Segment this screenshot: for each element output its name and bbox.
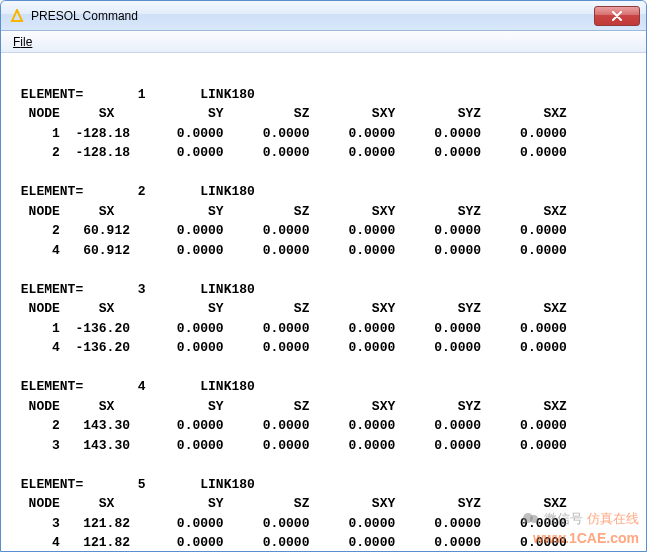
output-area: ELEMENT= 1 LINK180 NODE SX SY SZ SXY SYZ… [1, 53, 646, 552]
window-title: PRESOL Command [31, 9, 594, 23]
command-window: PRESOL Command File ELEMENT= 1 LINK180 N… [0, 0, 647, 552]
close-icon [611, 11, 623, 21]
titlebar[interactable]: PRESOL Command [1, 1, 646, 31]
close-button[interactable] [594, 6, 640, 26]
menu-file[interactable]: File [7, 33, 38, 51]
app-icon [9, 8, 25, 24]
menubar: File [1, 31, 646, 53]
output-text: ELEMENT= 1 LINK180 NODE SX SY SZ SXY SYZ… [13, 65, 638, 552]
